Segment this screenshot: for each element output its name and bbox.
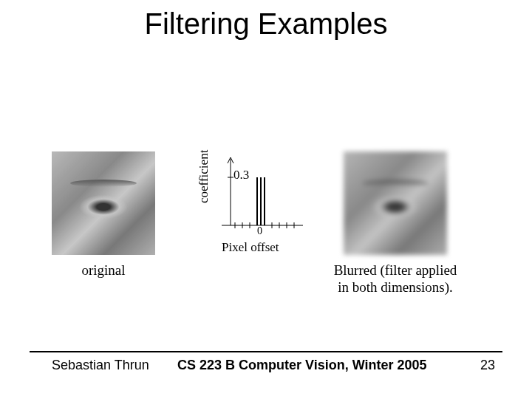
original-panel: original xyxy=(52,151,155,279)
blurred-panel: Blurred (filter applied in both dimensio… xyxy=(332,151,458,296)
blurred-image xyxy=(344,151,447,255)
footer-divider xyxy=(30,351,502,352)
original-image xyxy=(52,151,155,255)
kernel-svg xyxy=(214,151,310,240)
kernel-ylabel: coefficient xyxy=(197,150,211,203)
kernel-panel: coefficient 0.3 0 Pixel offset xyxy=(200,151,310,255)
footer-page-number: 23 xyxy=(480,358,495,373)
footer-course: CS 223 B Computer Vision, Winter 2005 xyxy=(177,358,427,373)
kernel-xlabel: Pixel offset xyxy=(222,240,279,255)
original-caption: original xyxy=(81,262,125,279)
slide: Filtering Examples original coefficient … xyxy=(0,0,532,399)
blurred-caption: Blurred (filter applied in both dimensio… xyxy=(332,262,458,296)
slide-title: Filtering Examples xyxy=(0,7,532,41)
content-row: original coefficient 0.3 0 Pixel offset xyxy=(52,151,495,296)
kernel-plot: coefficient 0.3 0 Pixel offset xyxy=(200,151,310,255)
footer-author: Sebastian Thrun xyxy=(52,358,149,373)
